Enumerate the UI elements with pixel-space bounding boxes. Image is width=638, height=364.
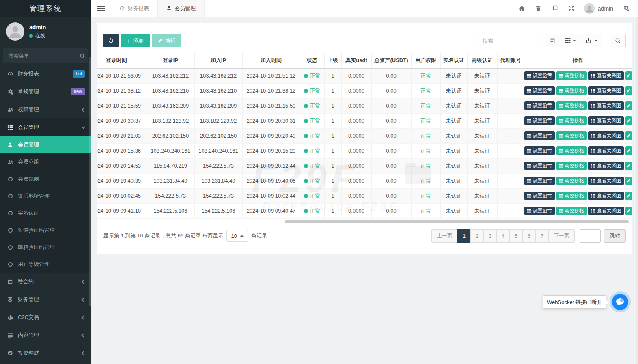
tab-finance-report[interactable]: 财务报表	[111, 0, 157, 17]
adjust-price-button[interactable]: 调整价格	[556, 162, 587, 170]
next-page-button[interactable]: 下一页	[548, 229, 575, 243]
adjust-price-button[interactable]: 调整价格	[556, 177, 587, 185]
home-icon[interactable]	[513, 0, 530, 17]
chat-button[interactable]	[612, 294, 628, 310]
topbar-user-menu[interactable]: admin	[580, 3, 618, 14]
view-relation-button[interactable]: 查看关系图	[588, 131, 624, 140]
page-number-button[interactable]: 3	[483, 229, 497, 243]
hamburger-menu-icon[interactable]	[91, 0, 111, 17]
view-relation-button[interactable]: 查看关系图	[588, 192, 624, 200]
page-number-button[interactable]: 5	[509, 229, 523, 243]
sidebar-subitem-member-groups[interactable]: 会员分组	[0, 153, 91, 170]
edit-button[interactable]: 编辑	[152, 34, 181, 47]
set-pnl-button[interactable]: 设置盈亏	[524, 207, 555, 215]
view-relation-button[interactable]: 查看关系图	[588, 207, 624, 215]
view-relation-button[interactable]: 查看关系图	[588, 71, 624, 80]
view-relation-button[interactable]: 查看关系图	[588, 101, 624, 110]
sidebar-subitem-withdraw-address[interactable]: 提币地址管理	[0, 187, 91, 205]
page-number-button[interactable]: 6	[522, 229, 536, 243]
websocket-toast-message: WebSocket 链接已断开	[547, 299, 602, 306]
sidebar-item-c2c-trade[interactable]: C2C交易	[0, 308, 91, 326]
adjust-price-button[interactable]: 调整价格	[556, 101, 587, 110]
prev-page-button[interactable]: 上一页	[431, 229, 458, 243]
adjust-price-button[interactable]: 调整价格	[556, 116, 587, 125]
columns-button[interactable]	[560, 34, 581, 47]
table-search-input[interactable]	[478, 34, 542, 47]
row-edit-button[interactable]	[625, 162, 632, 170]
search-icon[interactable]	[80, 53, 85, 59]
row-edit-button[interactable]	[625, 71, 632, 80]
adjust-price-button[interactable]: 调整价格	[556, 71, 587, 80]
jump-page-input[interactable]	[580, 229, 601, 243]
view-relation-button[interactable]: 查看关系图	[588, 116, 624, 125]
jump-button[interactable]: 跳转	[604, 229, 626, 243]
cell-login-time: 2024-10-09 20:14:53	[97, 158, 147, 173]
page-number-button[interactable]: 4	[496, 229, 510, 243]
search-button[interactable]	[610, 34, 626, 47]
view-relation-button[interactable]: 查看关系图	[588, 86, 624, 95]
cell-agent: -	[497, 68, 524, 83]
set-pnl-button[interactable]: 设置盈亏	[524, 116, 555, 125]
status-badge: 正常	[310, 178, 321, 184]
row-edit-button[interactable]	[625, 116, 632, 125]
view-relation-button[interactable]: 查看关系图	[588, 177, 624, 185]
document-copy-icon[interactable]	[546, 0, 563, 17]
sidebar-item-investment[interactable]: 投资理财	[0, 344, 91, 362]
view-relation-button[interactable]: 查看关系图	[588, 162, 624, 170]
sidebar-item-general-admin[interactable]: 常规管理 new	[0, 83, 91, 101]
set-pnl-button[interactable]: 设置盈亏	[524, 86, 555, 95]
tab-member-admin[interactable]: 会员管理	[157, 0, 205, 17]
set-pnl-button[interactable]: 设置盈亏	[524, 177, 555, 185]
sidebar-scrollbar[interactable]	[89, 57, 91, 306]
sidebar-item-second-contract[interactable]: 秒合约	[0, 273, 91, 291]
adjust-price-button[interactable]: 调整价格	[556, 146, 587, 155]
adjust-price-button[interactable]: 调整价格	[556, 192, 587, 200]
row-edit-button[interactable]	[625, 86, 632, 95]
refresh-button[interactable]	[103, 34, 119, 47]
export-button[interactable]	[581, 34, 602, 47]
page-size-select[interactable]: 10	[226, 230, 248, 242]
adjust-price-button[interactable]: 调整价格	[556, 86, 587, 95]
sidebar-item-permission-admin[interactable]: 权限管理	[0, 101, 91, 118]
status-badge: 正常	[310, 88, 321, 94]
row-edit-button[interactable]	[625, 146, 632, 155]
row-edit-button[interactable]	[625, 101, 632, 110]
sidebar-subitem-sms-code[interactable]: 短信验证码管理	[0, 222, 91, 239]
set-pnl-button[interactable]: 设置盈亏	[524, 146, 555, 155]
sidebar-subitem-user-level[interactable]: 用户等级管理	[0, 256, 91, 273]
set-pnl-button[interactable]: 设置盈亏	[524, 71, 555, 80]
page-scrollbar[interactable]	[636, 17, 638, 364]
cell-adv-auth: 未认证	[467, 113, 497, 128]
sidebar-subitem-member-rules[interactable]: 会员规则	[0, 170, 91, 187]
set-pnl-button[interactable]: 设置盈亏	[524, 101, 555, 110]
page-number-button[interactable]: 7	[535, 229, 549, 243]
row-edit-button[interactable]	[625, 192, 632, 200]
page-number-button[interactable]: 1	[457, 229, 471, 243]
set-pnl-button[interactable]: 设置盈亏	[524, 192, 555, 200]
sidebar-subitem-real-name-auth[interactable]: 实名认证	[0, 205, 91, 222]
adjust-price-button[interactable]: 调整价格	[556, 131, 587, 140]
sidebar-item-finance-admin[interactable]: 财务管理	[0, 291, 91, 308]
detail-view-button[interactable]	[545, 34, 560, 47]
view-relation-button[interactable]: 查看关系图	[588, 146, 624, 155]
row-edit-button[interactable]	[625, 207, 632, 215]
cell-adv-auth: 未认证	[467, 68, 497, 83]
sidebar-search-input[interactable]	[8, 53, 80, 59]
sidebar-user-panel: admin 在线	[0, 17, 91, 46]
row-edit-button[interactable]	[625, 131, 632, 140]
gears-icon[interactable]	[618, 0, 635, 17]
sidebar-subitem-member-admin[interactable]: 会员管理	[0, 136, 91, 153]
sidebar-item-finance-report[interactable]: 财务报表 hot	[0, 65, 91, 83]
sidebar-subitem-email-code[interactable]: 邮箱验证码管理	[0, 239, 91, 256]
row-edit-button[interactable]	[625, 177, 632, 185]
adjust-price-button[interactable]: 调整价格	[556, 207, 587, 215]
set-pnl-button[interactable]: 设置盈亏	[524, 131, 555, 140]
add-button[interactable]: 添加	[121, 34, 150, 47]
page-number-button[interactable]: 2	[470, 229, 484, 243]
set-pnl-button[interactable]: 设置盈亏	[524, 162, 555, 170]
horizontal-scrollbar-thumb[interactable]	[285, 220, 629, 223]
sidebar-item-member-admin-parent[interactable]: 会员管理	[0, 118, 91, 136]
fullscreen-icon[interactable]	[563, 0, 580, 17]
sidebar-item-content-admin[interactable]: 内容管理	[0, 326, 91, 344]
trash-icon[interactable]	[530, 0, 546, 17]
